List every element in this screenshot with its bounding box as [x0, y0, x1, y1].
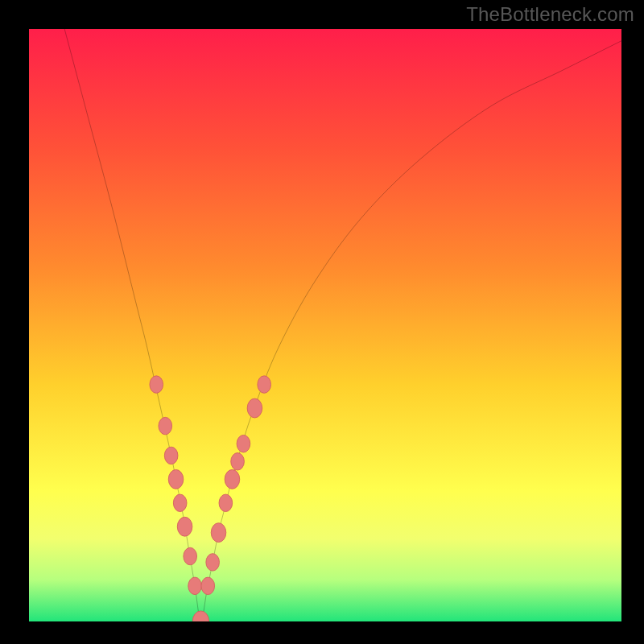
curve-marker: [188, 577, 202, 594]
watermark-text: TheBottleneck.com: [466, 3, 634, 26]
curve-marker: [247, 398, 262, 418]
curve-marker: [168, 469, 184, 489]
curve-marker: [164, 447, 178, 464]
curve-marker: [184, 547, 197, 564]
curve-marker: [177, 517, 192, 536]
bottleneck-curve-svg: [29, 29, 621, 621]
curve-marker: [237, 435, 250, 452]
plot-area: [29, 29, 621, 621]
curve-marker: [211, 523, 226, 543]
curve-markers: [150, 376, 271, 621]
curve-marker: [173, 494, 187, 511]
curve-marker: [219, 494, 233, 511]
curve-marker: [159, 417, 172, 434]
curve-marker: [150, 376, 163, 393]
bottleneck-curve: [64, 29, 621, 621]
curve-marker: [192, 611, 208, 621]
curve-marker: [225, 469, 240, 489]
curve-marker: [201, 577, 215, 594]
curve-marker: [231, 453, 245, 470]
curve-marker: [258, 376, 271, 393]
curve-marker: [206, 554, 220, 571]
chart-frame: TheBottleneck.com: [0, 0, 644, 644]
